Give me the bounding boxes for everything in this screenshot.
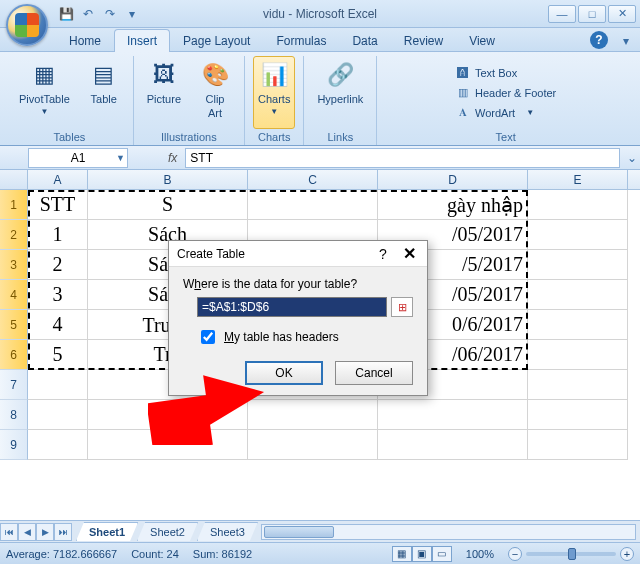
view-layout-button[interactable]: ▣ <box>412 546 432 562</box>
minimize-button[interactable]: — <box>548 5 576 23</box>
tab-review[interactable]: Review <box>391 29 456 52</box>
range-input[interactable]: =$A$1:$D$6 <box>197 297 387 317</box>
sheet-tab-3[interactable]: Sheet3 <box>197 522 258 541</box>
row-header[interactable]: 3 <box>0 250 28 280</box>
row-header[interactable]: 6 <box>0 340 28 370</box>
col-header-b[interactable]: B <box>88 170 248 189</box>
cell[interactable] <box>88 430 248 460</box>
row-header[interactable]: 5 <box>0 310 28 340</box>
cell[interactable] <box>248 400 378 430</box>
formula-expand-icon[interactable]: ⌄ <box>624 151 640 165</box>
zoom-out-button[interactable]: − <box>508 547 522 561</box>
clipart-button[interactable]: 🎨 Clip Art <box>194 56 236 129</box>
group-tables-label: Tables <box>53 129 85 145</box>
cell[interactable]: S <box>88 190 248 220</box>
cell[interactable] <box>28 430 88 460</box>
cell[interactable] <box>528 190 628 220</box>
select-all-corner[interactable] <box>0 170 28 189</box>
name-box[interactable]: A1 ▼ <box>28 148 128 168</box>
header-footer-button[interactable]: ▥Header & Footer <box>453 84 558 102</box>
tab-formulas[interactable]: Formulas <box>263 29 339 52</box>
row-header[interactable]: 8 <box>0 400 28 430</box>
row-header[interactable]: 9 <box>0 430 28 460</box>
cell[interactable]: STT <box>28 190 88 220</box>
tab-home[interactable]: Home <box>56 29 114 52</box>
zoom-slider[interactable] <box>526 552 616 556</box>
sheet-tab-1[interactable]: Sheet1 <box>76 522 138 541</box>
tab-data[interactable]: Data <box>339 29 390 52</box>
sheet-nav-prev[interactable]: ◀ <box>18 523 36 541</box>
cell[interactable] <box>248 190 378 220</box>
col-header-c[interactable]: C <box>248 170 378 189</box>
cell[interactable]: 3 <box>28 280 88 310</box>
status-sum: Sum: 86192 <box>193 548 252 560</box>
cell[interactable] <box>528 250 628 280</box>
redo-icon[interactable]: ↷ <box>100 4 120 24</box>
cell[interactable] <box>528 310 628 340</box>
cell[interactable]: gày nhập <box>378 190 528 220</box>
cell[interactable]: 2 <box>28 250 88 280</box>
tab-view[interactable]: View <box>456 29 508 52</box>
zoom-in-button[interactable]: + <box>620 547 634 561</box>
cell[interactable] <box>528 370 628 400</box>
row-header[interactable]: 4 <box>0 280 28 310</box>
cell[interactable] <box>378 430 528 460</box>
row-header[interactable]: 1 <box>0 190 28 220</box>
chevron-down-icon[interactable]: ▼ <box>116 153 125 163</box>
cell[interactable] <box>378 400 528 430</box>
textbox-button[interactable]: 🅰Text Box <box>453 64 558 82</box>
range-picker-button[interactable]: ⊞ <box>391 297 413 317</box>
cell[interactable] <box>528 430 628 460</box>
headers-checkbox[interactable] <box>201 330 215 344</box>
name-box-value: A1 <box>71 151 86 165</box>
qat-customize-icon[interactable]: ▾ <box>122 4 142 24</box>
cell[interactable]: 1 <box>28 220 88 250</box>
cell[interactable] <box>528 220 628 250</box>
maximize-button[interactable]: □ <box>578 5 606 23</box>
tab-page-layout[interactable]: Page Layout <box>170 29 263 52</box>
wordart-button[interactable]: 𝐀WordArt ▼ <box>453 104 558 122</box>
horizontal-scrollbar[interactable] <box>261 524 636 540</box>
formula-bar[interactable]: STT <box>185 148 620 168</box>
undo-icon[interactable]: ↶ <box>78 4 98 24</box>
sheet-nav-first[interactable]: ⏮ <box>0 523 18 541</box>
dialog-help-button[interactable]: ? <box>375 246 391 262</box>
pivottable-button[interactable]: ▦ PivotTable ▼ <box>14 56 75 129</box>
sheet-nav-next[interactable]: ▶ <box>36 523 54 541</box>
cell[interactable]: 4 <box>28 310 88 340</box>
col-header-a[interactable]: A <box>28 170 88 189</box>
help-icon[interactable]: ? <box>590 31 608 49</box>
fx-icon[interactable]: fx <box>168 151 177 165</box>
row-header[interactable]: 2 <box>0 220 28 250</box>
ok-button[interactable]: OK <box>245 361 323 385</box>
tab-insert[interactable]: Insert <box>114 29 170 52</box>
table-button[interactable]: ▤ Table <box>83 56 125 129</box>
office-button[interactable] <box>6 4 48 46</box>
sheet-tab-2[interactable]: Sheet2 <box>137 522 198 541</box>
picture-button[interactable]: 🖼 Picture <box>142 56 186 129</box>
cell[interactable] <box>28 400 88 430</box>
col-header-e[interactable]: E <box>528 170 628 189</box>
cell[interactable] <box>28 370 88 400</box>
cell[interactable] <box>528 280 628 310</box>
dialog-close-button[interactable]: ✕ <box>399 244 419 263</box>
zoom-percent[interactable]: 100% <box>466 548 494 560</box>
ribbon-minimize-icon[interactable]: ▾ <box>616 31 636 51</box>
hyperlink-button[interactable]: 🔗 Hyperlink <box>312 56 368 129</box>
cancel-button[interactable]: Cancel <box>335 361 413 385</box>
pivottable-label: PivotTable <box>19 93 70 105</box>
cell[interactable] <box>528 400 628 430</box>
sheet-nav-last[interactable]: ⏭ <box>54 523 72 541</box>
cell[interactable] <box>528 340 628 370</box>
save-icon[interactable]: 💾 <box>56 4 76 24</box>
close-button[interactable]: ✕ <box>608 5 636 23</box>
cell[interactable] <box>88 400 248 430</box>
view-break-button[interactable]: ▭ <box>432 546 452 562</box>
view-normal-button[interactable]: ▦ <box>392 546 412 562</box>
col-header-d[interactable]: D <box>378 170 528 189</box>
cell[interactable] <box>248 430 378 460</box>
hyperlink-label: Hyperlink <box>317 93 363 105</box>
row-header[interactable]: 7 <box>0 370 28 400</box>
cell[interactable]: 5 <box>28 340 88 370</box>
charts-button[interactable]: 📊 Charts ▼ <box>253 56 295 129</box>
